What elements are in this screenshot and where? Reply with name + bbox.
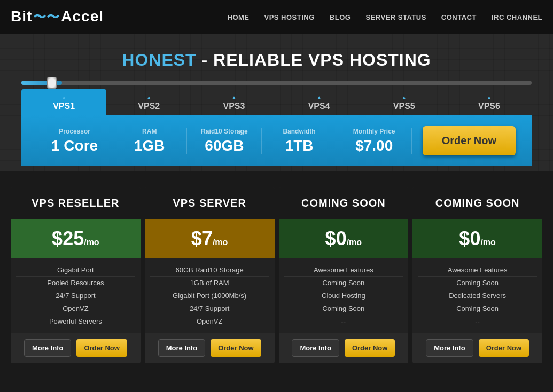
order-button-coming-soon-2[interactable]: Order Now	[479, 339, 529, 357]
pricing-card-server: VPS SERVER $7/mo 60GB Raid10 Storage 1GB…	[145, 187, 275, 363]
order-button-reseller[interactable]: Order Now	[76, 339, 127, 357]
pricing-card-coming-soon-2: COMING SOON $0/mo Awesome Features Comin…	[412, 187, 542, 363]
more-info-button-coming-soon-1[interactable]: More Info	[292, 339, 339, 357]
card-title-coming-soon-2: COMING SOON	[412, 187, 542, 219]
spec-storage: Raid10 Storage 60GB	[187, 128, 262, 154]
card-footer-reseller: More Info Order Now	[11, 333, 141, 363]
vps-slider-thumb[interactable]	[47, 77, 57, 89]
vps-tab-5[interactable]: VPS5	[362, 89, 447, 115]
card-features-server: 60GB Raid10 Storage 1GB of RAM Gigabit P…	[145, 258, 275, 333]
vps-tab-3[interactable]: VPS3	[191, 89, 276, 115]
nav-server-status[interactable]: SERVER STATUS	[365, 13, 426, 21]
logo: Bit〜〜Accel	[11, 8, 104, 26]
vps-tab-1[interactable]: VPS1	[21, 89, 106, 115]
hero-order-button[interactable]: Order Now	[423, 126, 516, 155]
nav-links: HOME VPS HOSTING BLOG SERVER STATUS CONT…	[228, 12, 543, 22]
card-title-reseller: VPS RESELLER	[11, 187, 141, 219]
spec-processor: Processor 1 Core	[37, 128, 112, 154]
order-button-coming-soon-1[interactable]: Order Now	[345, 339, 395, 357]
pricing-section: VPS RESELLER $25/mo Gigabit Port Pooled …	[0, 171, 553, 379]
hero-title-highlight: HONEST	[122, 50, 196, 69]
card-price-reseller: $25/mo	[11, 219, 141, 258]
more-info-button-reseller[interactable]: More Info	[24, 339, 72, 357]
card-features-coming-soon-2: Awesome Features Coming Soon Dedicated S…	[412, 258, 542, 333]
vps-tab-6[interactable]: VPS6	[447, 89, 532, 115]
nav-blog[interactable]: BLOG	[330, 13, 351, 21]
hero-section: HONEST - RELIABLE VPS HOSTING VPS1 VPS2 …	[0, 34, 553, 171]
vps-tab-4[interactable]: VPS4	[277, 89, 362, 115]
order-button-server[interactable]: Order Now	[211, 339, 261, 357]
more-info-button-coming-soon-2[interactable]: More Info	[426, 339, 473, 357]
vps-slider-track[interactable]	[21, 81, 532, 85]
card-title-server: VPS SERVER	[145, 187, 275, 219]
card-features-reseller: Gigabit Port Pooled Resources 24/7 Suppo…	[11, 258, 141, 333]
spec-price: Monthly Price $7.00	[337, 128, 412, 154]
spec-bandwidth: Bandwidth 1TB	[262, 128, 337, 154]
pricing-card-coming-soon-1: COMING SOON $0/mo Awesome Features Comin…	[279, 187, 409, 363]
card-title-coming-soon-1: COMING SOON	[279, 187, 409, 219]
navbar: Bit〜〜Accel HOME VPS HOSTING BLOG SERVER …	[0, 0, 553, 34]
logo-text: Bit〜〜Accel	[11, 8, 104, 26]
card-features-coming-soon-1: Awesome Features Coming Soon Cloud Hosti…	[279, 258, 409, 333]
hero-title-rest: - RELIABLE VPS HOSTING	[197, 50, 431, 69]
specs-bar: Processor 1 Core RAM 1GB Raid10 Storage …	[21, 115, 532, 166]
more-info-button-server[interactable]: More Info	[158, 339, 206, 357]
card-price-coming-soon-2: $0/mo	[412, 219, 542, 258]
spec-ram: RAM 1GB	[112, 128, 187, 154]
pricing-card-reseller: VPS RESELLER $25/mo Gigabit Port Pooled …	[11, 187, 141, 363]
nav-vps-hosting[interactable]: VPS HOSTING	[264, 13, 315, 21]
card-footer-coming-soon-2: More Info Order Now	[412, 333, 542, 363]
hero-title: HONEST - RELIABLE VPS HOSTING	[21, 50, 532, 70]
nav-irc-channel[interactable]: IRC CHANNEL	[492, 13, 542, 21]
card-footer-server: More Info Order Now	[145, 333, 275, 363]
card-price-server: $7/mo	[145, 219, 275, 258]
card-price-coming-soon-1: $0/mo	[279, 219, 409, 258]
vps-tab-2[interactable]: VPS2	[106, 89, 191, 115]
vps-tabs: VPS1 VPS2 VPS3 VPS4 VPS5 VPS6	[21, 89, 532, 115]
nav-home[interactable]: HOME	[228, 13, 250, 21]
nav-contact[interactable]: CONTACT	[441, 13, 477, 21]
card-footer-coming-soon-1: More Info Order Now	[279, 333, 409, 363]
